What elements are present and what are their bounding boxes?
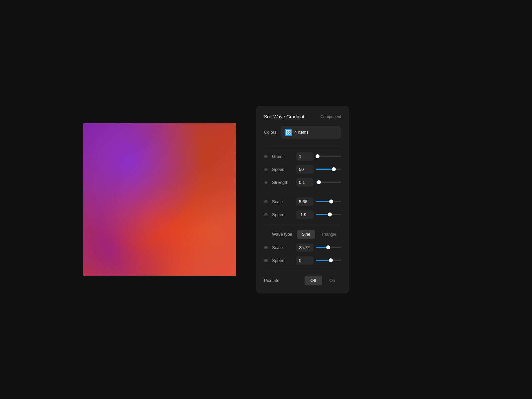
scale2-label: Scale bbox=[272, 245, 294, 250]
speed1-thumb[interactable] bbox=[332, 167, 336, 171]
speed2-value[interactable]: -1.9 bbox=[296, 210, 314, 219]
scale1-slider[interactable] bbox=[316, 201, 341, 202]
speed1-value[interactable]: 50 bbox=[296, 165, 314, 174]
scale1-icon: ⊕ bbox=[264, 199, 269, 204]
divider-3 bbox=[264, 224, 341, 224]
gradient-preview bbox=[83, 123, 236, 276]
scale2-icon: ⊕ bbox=[264, 245, 269, 250]
grain-value[interactable]: 1 bbox=[296, 152, 314, 161]
speed1-fill bbox=[316, 169, 334, 170]
wave-type-label: Wave type bbox=[264, 232, 292, 237]
strength-thumb[interactable] bbox=[317, 180, 321, 184]
speed3-label: Speed bbox=[272, 258, 294, 263]
scale1-thumb[interactable] bbox=[329, 200, 333, 203]
panel-header: Sol: Wave Gradient Component bbox=[264, 114, 341, 119]
scale1-row: ⊕ Scale 5.68 bbox=[264, 198, 341, 206]
noise-overlay bbox=[83, 123, 236, 276]
colors-button[interactable]: 4 Items bbox=[281, 126, 341, 139]
wave-type-row: Wave type Sine Triangle bbox=[264, 230, 341, 239]
scale2-slider[interactable] bbox=[316, 247, 341, 248]
strength-slider[interactable] bbox=[316, 182, 341, 183]
colors-label: Colors bbox=[264, 130, 277, 135]
wave-triangle-button[interactable]: Triangle bbox=[317, 230, 341, 239]
scale1-value[interactable]: 5.68 bbox=[296, 198, 314, 206]
speed2-slider[interactable] bbox=[316, 214, 341, 215]
strength-row: ⊕ Strength 0.1 bbox=[264, 178, 341, 187]
speed1-label: Speed bbox=[272, 167, 294, 172]
svg-rect-0 bbox=[286, 130, 288, 132]
speed2-row: ⊕ Speed -1.9 bbox=[264, 210, 341, 219]
grain-row: ⊕ Grain 1 bbox=[264, 152, 341, 161]
speed1-slider[interactable] bbox=[316, 169, 341, 170]
scale1-label: Scale bbox=[272, 199, 294, 204]
speed2-label: Speed bbox=[272, 212, 294, 217]
speed2-icon: ⊕ bbox=[264, 212, 269, 217]
speed3-value[interactable]: 0 bbox=[296, 256, 314, 265]
pixelate-toggle: Off On bbox=[305, 276, 341, 285]
speed3-icon: ⊕ bbox=[264, 258, 269, 263]
colors-items-text: 4 Items bbox=[295, 130, 309, 135]
svg-rect-2 bbox=[286, 133, 288, 134]
speed1-row: ⊕ Speed 50 bbox=[264, 165, 341, 174]
panel-title: Sol: Wave Gradient bbox=[264, 114, 304, 119]
pixelate-off-button[interactable]: Off bbox=[305, 276, 322, 285]
grain-slider[interactable] bbox=[316, 156, 341, 157]
scale2-row: ⊕ Scale 25.72 bbox=[264, 243, 341, 252]
divider-1 bbox=[264, 147, 341, 147]
pixelate-row: Pixelate Off On bbox=[264, 276, 341, 285]
divider-2 bbox=[264, 192, 341, 192]
colors-row: Colors 4 Items bbox=[264, 126, 341, 139]
wave-sine-button[interactable]: Sine bbox=[297, 230, 315, 239]
control-panel: Sol: Wave Gradient Component Colors 4 It… bbox=[256, 106, 349, 293]
scale2-value[interactable]: 25.72 bbox=[296, 243, 314, 252]
svg-rect-3 bbox=[289, 133, 290, 134]
main-container: Sol: Wave Gradient Component Colors 4 It… bbox=[83, 106, 449, 293]
speed1-icon: ⊕ bbox=[264, 167, 269, 172]
canvas-area bbox=[83, 123, 236, 276]
pixelate-label: Pixelate bbox=[264, 278, 279, 283]
speed3-thumb[interactable] bbox=[329, 258, 333, 262]
speed3-slider[interactable] bbox=[316, 260, 341, 261]
strength-value[interactable]: 0.1 bbox=[296, 178, 314, 187]
divider-4 bbox=[264, 270, 341, 270]
strength-label: Strength bbox=[272, 180, 294, 185]
svg-rect-1 bbox=[289, 130, 290, 132]
grain-icon: ⊕ bbox=[264, 154, 269, 159]
grain-label: Grain bbox=[272, 154, 294, 159]
colors-icon bbox=[285, 129, 292, 136]
grain-thumb[interactable] bbox=[316, 154, 320, 158]
wave-type-toggle: Sine Triangle bbox=[297, 230, 341, 239]
scale2-thumb[interactable] bbox=[326, 245, 330, 249]
speed3-row: ⊕ Speed 0 bbox=[264, 256, 341, 265]
strength-icon: ⊕ bbox=[264, 180, 269, 185]
panel-component-label: Component bbox=[321, 114, 341, 119]
speed2-thumb[interactable] bbox=[328, 212, 332, 216]
pixelate-on-button[interactable]: On bbox=[324, 276, 341, 285]
